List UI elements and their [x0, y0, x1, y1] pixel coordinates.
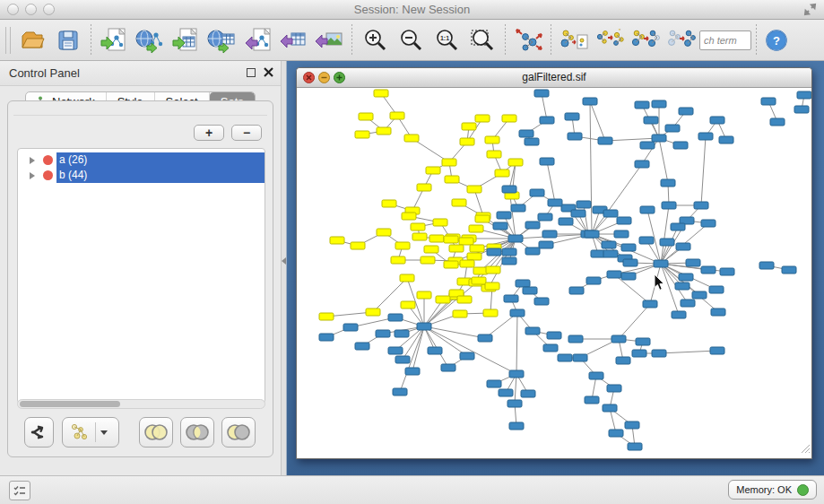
memory-status-button[interactable]: Memory: OK — [728, 480, 817, 500]
network-node-selected — [402, 213, 416, 220]
network-node-selected — [377, 127, 391, 135]
window-title: Session: New Session — [0, 3, 824, 16]
add-set-button[interactable]: + — [194, 125, 224, 141]
import-network-url-button[interactable] — [132, 22, 168, 58]
network-node — [636, 338, 650, 345]
combo-divider — [95, 422, 96, 442]
network-node — [583, 98, 597, 105]
network-frame[interactable]: galFiltered.sif — [296, 67, 812, 459]
network-node — [701, 266, 716, 274]
network-node — [679, 108, 693, 115]
close-panel-icon[interactable] — [264, 67, 273, 77]
network-node — [635, 161, 649, 168]
network-node-selected — [475, 115, 490, 122]
network-node-selected — [460, 260, 474, 267]
network-node — [686, 259, 700, 266]
set-row-a[interactable]: a (26) — [18, 152, 265, 168]
network-node — [621, 273, 636, 280]
open-session-button[interactable] — [14, 22, 50, 58]
toolbar-separator — [505, 24, 506, 56]
network-frame-titlebar[interactable]: galFiltered.sif — [297, 68, 811, 88]
sets-horizontal-scrollbar[interactable] — [17, 399, 265, 409]
chevron-down-icon[interactable] — [100, 430, 108, 435]
network-node-selected — [424, 246, 438, 253]
network-graph[interactable] — [297, 88, 811, 458]
export-table-button[interactable] — [275, 22, 311, 58]
intersect-sets-button[interactable] — [180, 417, 214, 448]
network-node — [542, 230, 557, 238]
zoom-fit-button[interactable] — [464, 22, 500, 58]
scrollbar-thumb[interactable] — [20, 401, 120, 407]
window-titlebar: Session: New Session — [0, 0, 824, 20]
split-set-button[interactable] — [24, 417, 54, 448]
network-node — [540, 158, 554, 165]
control-panel: Control Panel Network Style Select — [0, 61, 281, 475]
network-node-selected — [469, 225, 483, 232]
set-label: a (26) — [56, 152, 265, 168]
help-glyph: ? — [773, 34, 780, 48]
zoom-out-button[interactable] — [393, 22, 429, 58]
yellow-network-icon — [69, 422, 91, 442]
network-frame-title: galFiltered.sif — [297, 71, 811, 83]
export-network-button[interactable] — [239, 22, 275, 58]
set-row-b[interactable]: b (44) — [18, 168, 265, 183]
network-node — [698, 133, 713, 140]
network-node-selected — [483, 309, 498, 317]
frame-resize-grip[interactable] — [799, 440, 810, 456]
sets-list[interactable]: a (26) b (44) — [17, 148, 265, 404]
network-canvas[interactable] — [297, 88, 811, 458]
network-node-selected — [401, 301, 415, 308]
expand-arrow-icon[interactable] — [30, 157, 35, 164]
export-image-button[interactable] — [311, 22, 347, 58]
network-node-selected — [319, 313, 334, 320]
network-node — [525, 327, 540, 335]
import-table-url-button[interactable] — [204, 22, 239, 58]
network-node — [547, 332, 561, 339]
network-node-selected — [495, 169, 509, 177]
help-button[interactable]: ? — [761, 22, 792, 58]
select-first-neighbors-button[interactable] — [628, 22, 664, 58]
network-node — [376, 330, 390, 337]
select-from-file-button[interactable] — [556, 22, 592, 58]
network-node — [568, 133, 582, 140]
network-node-selected — [453, 310, 467, 317]
network-node — [660, 239, 674, 246]
save-session-button[interactable] — [50, 22, 86, 58]
network-node-selected — [472, 277, 486, 284]
hide-selected-button[interactable] — [664, 22, 699, 58]
network-node — [559, 218, 573, 225]
network-node — [652, 350, 666, 357]
set-color-dot — [43, 155, 53, 165]
panel-splitter[interactable] — [281, 61, 287, 475]
zoom-actual-size-button[interactable]: 1:1 — [429, 22, 464, 58]
network-node — [652, 100, 666, 108]
network-node-selected — [429, 235, 444, 242]
network-node — [681, 300, 695, 307]
import-table-file-button[interactable] — [168, 22, 204, 58]
select-marked-nodes-button[interactable]: * — [592, 22, 628, 58]
toolbar-separator — [351, 24, 352, 56]
toolbar-drag-handle[interactable] — [5, 27, 11, 54]
union-sets-button[interactable] — [139, 417, 173, 448]
collapse-panel-icon[interactable] — [282, 257, 286, 265]
search-input[interactable] — [699, 30, 751, 50]
network-node — [502, 186, 516, 193]
zoom-in-button[interactable] — [357, 22, 393, 58]
import-network-file-button[interactable] — [96, 22, 132, 58]
network-node — [640, 142, 655, 149]
apply-layout-button[interactable] — [510, 22, 546, 58]
zoom-actual-label: 1:1 — [440, 35, 449, 41]
expand-arrow-icon[interactable] — [30, 172, 35, 179]
network-node — [502, 248, 516, 256]
network-node-selected — [457, 296, 472, 303]
remove-set-button[interactable]: − — [231, 125, 262, 141]
network-node — [441, 364, 455, 371]
network-node — [525, 138, 539, 145]
task-history-button[interactable] — [9, 481, 30, 500]
create-set-from-network-button[interactable] — [62, 417, 119, 448]
network-node-selected — [400, 274, 414, 282]
fullscreen-resize-icon[interactable] — [803, 3, 817, 20]
float-panel-icon[interactable] — [247, 68, 256, 77]
network-node-selected — [366, 308, 380, 316]
difference-sets-button[interactable] — [221, 417, 256, 448]
